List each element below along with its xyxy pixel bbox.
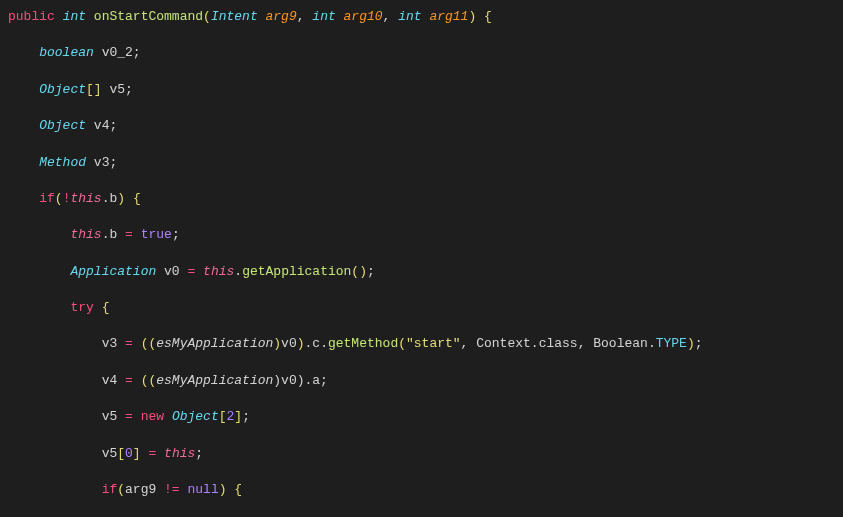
paren-open: ((	[141, 373, 157, 388]
type-method: Method	[39, 155, 86, 170]
comma: ,	[383, 9, 399, 24]
space	[156, 446, 164, 461]
method-name: onStartCommand	[94, 9, 203, 24]
bracket-open: [	[219, 409, 227, 424]
semicolon: ;	[109, 155, 117, 170]
code-line: boolean v0_2;	[0, 44, 843, 62]
var: v5	[102, 409, 125, 424]
paren-close: )	[297, 336, 305, 351]
var: v0	[281, 336, 297, 351]
space	[133, 227, 141, 242]
var: v5	[102, 82, 125, 97]
paren-open: (	[203, 9, 211, 24]
code-line: if(!this.b) {	[0, 190, 843, 208]
code-line: Object v4;	[0, 117, 843, 135]
semicolon: ;	[172, 227, 180, 242]
literal-true: true	[141, 227, 172, 242]
type-application: Application	[70, 264, 156, 279]
paren-open: (	[55, 191, 63, 206]
space	[133, 373, 141, 388]
string-literal: "start"	[406, 336, 461, 351]
keyword-this: this	[203, 264, 234, 279]
var: v3	[86, 155, 109, 170]
brace-open: {	[125, 191, 141, 206]
cast: esMyApplication	[156, 373, 273, 388]
brace-open: {	[476, 9, 492, 24]
keyword-this: this	[164, 446, 195, 461]
code-line: if(arg9 != null) {	[0, 481, 843, 499]
semicolon: ;	[320, 373, 328, 388]
keyword-if: if	[39, 191, 55, 206]
cast: esMyApplication	[156, 336, 273, 351]
op-eq: =	[125, 336, 133, 351]
type-intent: Intent	[211, 9, 258, 24]
brace-open: {	[94, 300, 110, 315]
var: v4	[86, 118, 109, 133]
paren-close: )	[273, 336, 281, 351]
param-arg10: arg10	[344, 9, 383, 24]
identifier: Boolean	[593, 336, 648, 351]
code-line: v4 = ((esMyApplication)v0).a;	[0, 372, 843, 390]
var: v5	[102, 446, 118, 461]
keyword-this: this	[70, 191, 101, 206]
code-line: try {	[0, 299, 843, 317]
semicolon: ;	[367, 264, 375, 279]
paren-open: ((	[141, 336, 157, 351]
constant: TYPE	[656, 336, 687, 351]
bracket-open: [	[117, 446, 125, 461]
space	[133, 409, 141, 424]
var: v4	[102, 373, 125, 388]
dot: .	[648, 336, 656, 351]
space	[133, 336, 141, 351]
type-object: Object	[39, 82, 86, 97]
member: c	[312, 336, 320, 351]
brace-open: {	[227, 482, 243, 497]
var: v0	[156, 264, 187, 279]
type-int: int	[63, 9, 86, 24]
paren-close: )	[117, 191, 125, 206]
comma: ,	[297, 9, 313, 24]
type-boolean: boolean	[39, 45, 94, 60]
var: arg9	[125, 482, 164, 497]
keyword-try: try	[70, 300, 93, 315]
semicolon: ;	[195, 446, 203, 461]
brackets: []	[86, 82, 102, 97]
paren-close: )	[687, 336, 695, 351]
semicolon: ;	[133, 45, 141, 60]
semicolon: ;	[242, 409, 250, 424]
type-int: int	[312, 9, 335, 24]
type-int: int	[398, 9, 421, 24]
code-line: Object[] v5;	[0, 81, 843, 99]
member: b	[109, 227, 125, 242]
comma: ,	[578, 336, 594, 351]
dot: .	[320, 336, 328, 351]
op-eq: =	[125, 409, 133, 424]
bracket-close: ]	[133, 446, 141, 461]
code-block: public int onStartCommand(Intent arg9, i…	[0, 8, 843, 517]
var: v0_2	[94, 45, 133, 60]
code-line: Method v3;	[0, 154, 843, 172]
op-eq: =	[125, 227, 133, 242]
space	[164, 409, 172, 424]
semicolon: ;	[125, 82, 133, 97]
paren-open: (	[398, 336, 406, 351]
code-line: v5[0] = this;	[0, 445, 843, 463]
method-call: getMethod	[328, 336, 398, 351]
semicolon: ;	[109, 118, 117, 133]
code-line: public int onStartCommand(Intent arg9, i…	[0, 8, 843, 26]
code-line: v5 = new Object[2];	[0, 408, 843, 426]
op-neq: !=	[164, 482, 180, 497]
space	[195, 264, 203, 279]
literal-null: null	[187, 482, 218, 497]
code-line: Application v0 = this.getApplication();	[0, 263, 843, 281]
paren-open: (	[117, 482, 125, 497]
bracket-close: ]	[234, 409, 242, 424]
expr: )v0).a	[273, 373, 320, 388]
type-object: Object	[39, 118, 86, 133]
method-call: getApplication	[242, 264, 351, 279]
param-arg11: arg11	[429, 9, 468, 24]
parens: ()	[351, 264, 367, 279]
keyword-this: this	[70, 227, 101, 242]
var: v3	[102, 336, 125, 351]
semicolon: ;	[695, 336, 703, 351]
